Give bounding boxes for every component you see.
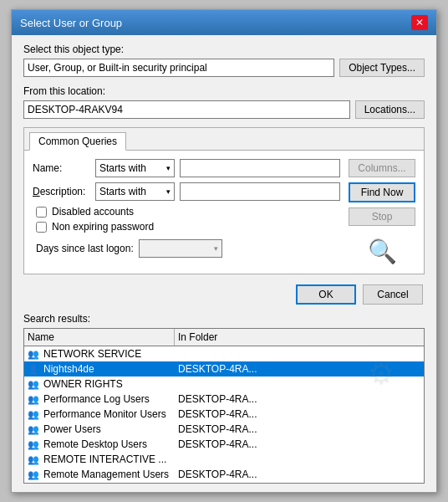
location-field[interactable] bbox=[23, 100, 350, 119]
result-name: 👥Power Users bbox=[28, 423, 178, 435]
object-type-label: Select this object type: bbox=[23, 44, 425, 55]
desc-query-input[interactable] bbox=[180, 182, 340, 201]
dialog-body: Select this object type: Object Types...… bbox=[12, 35, 436, 492]
object-type-row: Object Types... bbox=[23, 59, 425, 77]
name-label: Name: bbox=[33, 162, 95, 174]
result-name: 👥REMOTE INTERACTIVE ... bbox=[28, 453, 178, 465]
find-now-button[interactable]: Find Now bbox=[349, 182, 415, 202]
result-name: 👥Performance Log Users bbox=[28, 393, 178, 405]
search-icon: 🔍 bbox=[349, 238, 415, 265]
dialog-title: Select User or Group bbox=[20, 17, 122, 29]
result-folder: DESKTOP-4RA... bbox=[178, 423, 420, 435]
desc-dropdown-arrow-icon: ▾ bbox=[166, 187, 171, 196]
list-item[interactable]: 👥NETWORK SERVICE bbox=[24, 346, 424, 361]
results-header-name[interactable]: Name bbox=[24, 329, 175, 346]
list-item[interactable]: 👥OWNER RIGHTS bbox=[24, 376, 424, 392]
result-name: 👥Performance Monitor Users bbox=[28, 408, 178, 420]
title-bar: Select User or Group ✕ bbox=[12, 10, 436, 35]
days-dropdown[interactable]: ▾ bbox=[139, 239, 222, 258]
result-folder: DESKTOP-4RA... bbox=[178, 438, 420, 450]
query-area: Name: Starts with ▾ Description: bbox=[33, 159, 415, 265]
user-icon: 👤 bbox=[28, 364, 41, 375]
location-row: Locations... bbox=[23, 100, 425, 119]
days-since-logon-row: Days since last logon: ▾ bbox=[33, 239, 340, 258]
list-item[interactable]: 👥Performance Monitor UsersDESKTOP-4RA... bbox=[24, 407, 424, 422]
list-item[interactable]: 👤Nightsh4deDESKTOP-4RA... bbox=[24, 361, 424, 376]
list-item[interactable]: 👥REMOTE INTERACTIVE ... bbox=[24, 452, 424, 467]
result-folder: DESKTOP-4RA... bbox=[178, 469, 420, 480]
columns-button[interactable]: Columns... bbox=[349, 159, 415, 177]
query-fields: Name: Starts with ▾ Description: bbox=[33, 159, 340, 265]
group-icon: 👥 bbox=[28, 349, 41, 360]
result-folder: DESKTOP-4RA... bbox=[178, 393, 420, 405]
common-queries-group: Common Queries Name: Starts with ▾ bbox=[23, 127, 425, 274]
non-expiring-label: Non expiring password bbox=[52, 221, 154, 233]
group-icon: 👥 bbox=[28, 454, 41, 465]
days-dropdown-arrow-icon: ▾ bbox=[214, 244, 218, 253]
list-item[interactable]: 👥ReplicatorDESKTOP-4RA... bbox=[24, 482, 424, 484]
disabled-accounts-checkbox[interactable] bbox=[36, 207, 47, 218]
name-dropdown-arrow-icon: ▾ bbox=[166, 164, 171, 172]
common-queries-tab[interactable]: Common Queries bbox=[29, 132, 126, 151]
group-icon: 👥 bbox=[28, 424, 41, 435]
desc-starts-with-dropdown[interactable]: Starts with ▾ bbox=[95, 182, 175, 201]
object-type-field[interactable] bbox=[23, 59, 334, 77]
select-user-dialog: Select User or Group ✕ Select this objec… bbox=[11, 9, 437, 493]
group-icon: 👥 bbox=[28, 409, 41, 420]
group-icon: 👥 bbox=[28, 469, 41, 480]
ok-button[interactable]: OK bbox=[296, 284, 356, 305]
group-icon: 👥 bbox=[28, 394, 41, 405]
list-item[interactable]: 👥Power UsersDESKTOP-4RA... bbox=[24, 422, 424, 437]
days-label: Days since last logon: bbox=[36, 243, 134, 254]
action-area: OK Cancel bbox=[23, 284, 425, 305]
search-results-label: Search results: bbox=[23, 313, 425, 325]
group-icon: 👥 bbox=[28, 439, 41, 450]
close-button[interactable]: ✕ bbox=[411, 15, 428, 30]
list-item[interactable]: 👥Remote Desktop UsersDESKTOP-4RA... bbox=[24, 437, 424, 452]
group-box-header: Common Queries bbox=[24, 128, 424, 151]
location-label: From this location: bbox=[23, 85, 425, 97]
disabled-accounts-row: Disabled accounts bbox=[33, 206, 340, 218]
result-name: 👥NETWORK SERVICE bbox=[28, 348, 178, 360]
desc-label: Description: bbox=[33, 186, 95, 197]
group-box-content: Name: Starts with ▾ Description: bbox=[24, 151, 424, 274]
results-header: Name In Folder bbox=[23, 328, 425, 346]
non-expiring-row: Non expiring password bbox=[33, 221, 340, 233]
non-expiring-checkbox[interactable] bbox=[36, 222, 47, 233]
stop-button[interactable]: Stop bbox=[349, 207, 415, 226]
result-name: 👥Remote Desktop Users bbox=[28, 438, 178, 450]
result-folder: DESKTOP-4RA... bbox=[178, 363, 420, 375]
group-icon: 👥 bbox=[28, 379, 41, 390]
result-name: 👤Nightsh4de bbox=[28, 363, 178, 375]
result-name: 👥Remote Management Users bbox=[28, 469, 178, 480]
results-header-folder[interactable]: In Folder bbox=[175, 329, 424, 346]
list-item[interactable]: 👥Remote Management UsersDESKTOP-4RA... bbox=[24, 467, 424, 482]
name-query-row: Name: Starts with ▾ bbox=[33, 159, 340, 177]
disabled-accounts-label: Disabled accounts bbox=[52, 206, 134, 218]
result-name: 👥OWNER RIGHTS bbox=[28, 378, 178, 390]
name-query-input[interactable] bbox=[180, 159, 340, 177]
search-results-list[interactable]: 👥NETWORK SERVICE👤Nightsh4deDESKTOP-4RA..… bbox=[23, 346, 425, 484]
name-starts-with-dropdown[interactable]: Starts with ▾ bbox=[95, 159, 175, 177]
list-item[interactable]: 👥Performance Log UsersDESKTOP-4RA... bbox=[24, 392, 424, 407]
cancel-button[interactable]: Cancel bbox=[363, 284, 423, 305]
right-buttons: Columns... Find Now Stop 🔍 bbox=[349, 159, 415, 265]
desc-query-row: Description: Starts with ▾ bbox=[33, 182, 340, 201]
result-folder: DESKTOP-4RA... bbox=[178, 408, 420, 420]
locations-button[interactable]: Locations... bbox=[355, 100, 425, 119]
object-types-button[interactable]: Object Types... bbox=[339, 59, 425, 77]
